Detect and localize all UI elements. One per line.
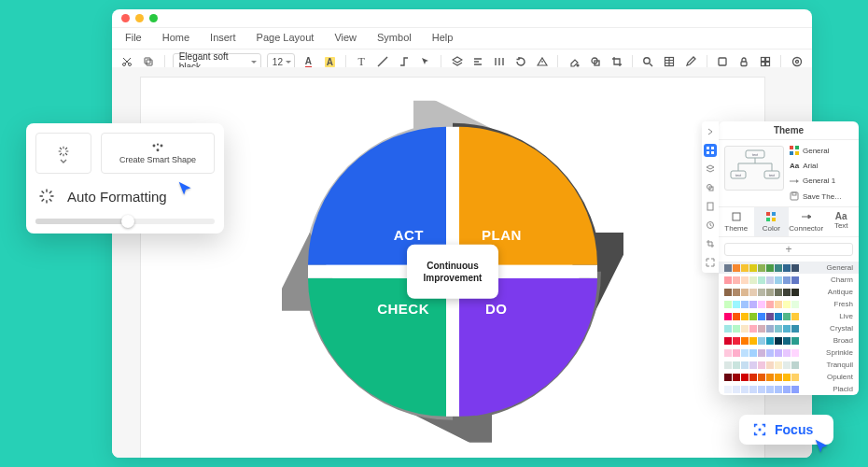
window-titlebar bbox=[112, 9, 812, 28]
palette-name: Sprinkle bbox=[822, 348, 853, 357]
rail-crop-icon[interactable] bbox=[704, 237, 717, 250]
focus-label: Focus bbox=[775, 422, 813, 437]
svg-rect-11 bbox=[761, 58, 764, 62]
palette-name: Live bbox=[835, 312, 853, 320]
rail-collapse-icon[interactable] bbox=[704, 125, 717, 138]
svg-rect-13 bbox=[761, 63, 764, 66]
swatch bbox=[733, 325, 740, 333]
swatch bbox=[783, 301, 791, 308]
swatch bbox=[766, 361, 774, 369]
swatch bbox=[775, 301, 782, 308]
swatch bbox=[791, 374, 799, 381]
rail-expand-icon[interactable] bbox=[704, 256, 717, 269]
window-minimize[interactable] bbox=[135, 14, 144, 22]
rail-layers-icon[interactable] bbox=[704, 163, 717, 176]
swatch bbox=[733, 289, 740, 296]
swatch bbox=[749, 325, 757, 333]
swatch bbox=[758, 276, 765, 284]
svg-rect-21 bbox=[707, 147, 709, 149]
mode-color[interactable]: Color bbox=[754, 207, 790, 236]
palette-broad[interactable]: Broad bbox=[719, 334, 859, 347]
swatch bbox=[733, 374, 740, 381]
swatch bbox=[775, 276, 782, 284]
swatch bbox=[766, 289, 774, 296]
theme-opt-general1[interactable]: General 1 bbox=[790, 177, 853, 185]
cursor-icon bbox=[175, 179, 196, 200]
theme-panel: Theme texttexttext General AaArial Gener… bbox=[719, 121, 859, 395]
swatch bbox=[749, 361, 757, 369]
svg-rect-46 bbox=[759, 429, 762, 432]
add-palette-button[interactable]: + bbox=[724, 243, 853, 256]
swatch bbox=[775, 264, 782, 272]
svg-rect-14 bbox=[765, 63, 769, 66]
swatch bbox=[741, 386, 749, 393]
mode-theme[interactable]: Theme bbox=[719, 207, 754, 236]
swatch bbox=[749, 276, 757, 284]
create-smart-shape-button[interactable]: Create Smart Shape bbox=[101, 133, 215, 174]
swatch bbox=[741, 276, 749, 284]
swatch bbox=[733, 337, 740, 345]
palette-antique[interactable]: Antique bbox=[719, 286, 859, 298]
swatch bbox=[733, 264, 740, 272]
menu-file[interactable]: File bbox=[125, 32, 142, 43]
palette-fresh[interactable]: Fresh bbox=[719, 298, 859, 310]
palette-general[interactable]: General bbox=[719, 262, 859, 274]
swatch bbox=[741, 313, 749, 320]
svg-rect-27 bbox=[707, 203, 713, 210]
sparkle-button[interactable] bbox=[35, 133, 91, 174]
menu-symbol[interactable]: Symbol bbox=[377, 32, 412, 43]
palette-charm[interactable]: Charm bbox=[719, 274, 859, 286]
menu-view[interactable]: View bbox=[334, 32, 357, 43]
menu-home[interactable]: Home bbox=[162, 32, 189, 43]
swatch bbox=[741, 361, 749, 369]
theme-rail bbox=[702, 121, 719, 273]
swatch bbox=[783, 337, 791, 345]
palette-name: Fresh bbox=[831, 300, 853, 308]
palette-name: Charm bbox=[827, 276, 853, 284]
theme-opt-general[interactable]: General bbox=[790, 146, 853, 155]
rail-page-icon[interactable] bbox=[704, 200, 717, 213]
mode-text[interactable]: AaText bbox=[824, 207, 860, 236]
pdca-center[interactable]: Continuous Improvement bbox=[407, 245, 498, 299]
theme-opt-arial[interactable]: AaArial bbox=[790, 162, 853, 170]
swatch bbox=[724, 374, 732, 381]
window-zoom[interactable] bbox=[149, 14, 158, 22]
theme-opt-save[interactable]: Save The… bbox=[790, 191, 853, 201]
swatch bbox=[724, 276, 732, 284]
theme-modes: Theme Color Connector AaText bbox=[719, 206, 859, 237]
palette-tranquil[interactable]: Tranquil bbox=[719, 359, 859, 371]
swatch bbox=[749, 386, 757, 393]
svg-point-4 bbox=[577, 64, 579, 66]
swatch bbox=[783, 276, 791, 284]
swatch bbox=[758, 289, 765, 296]
palette-live[interactable]: Live bbox=[719, 310, 859, 322]
rail-grid-icon[interactable] bbox=[704, 144, 717, 157]
menu-insert[interactable]: Insert bbox=[210, 32, 236, 43]
palette-sprinkle[interactable]: Sprinkle bbox=[719, 347, 859, 359]
palette-crystal[interactable]: Crystal bbox=[719, 322, 859, 334]
swatch bbox=[733, 313, 740, 320]
swatch bbox=[758, 361, 765, 369]
palette-opulent[interactable]: Opulent bbox=[719, 371, 859, 383]
swatch bbox=[749, 289, 757, 296]
pdca-diagram[interactable]: ACT PLAN CHECK DO Continuous Improvement bbox=[308, 127, 597, 417]
swatch bbox=[749, 349, 757, 357]
slider-knob[interactable] bbox=[121, 215, 134, 228]
swatch bbox=[791, 301, 799, 308]
auto-format-slider[interactable] bbox=[35, 219, 215, 224]
menu-page[interactable]: Page Layout bbox=[257, 32, 315, 43]
mode-connector[interactable]: Connector bbox=[789, 207, 824, 236]
rail-shape-icon[interactable] bbox=[704, 181, 717, 194]
svg-rect-39 bbox=[791, 192, 798, 200]
theme-thumbnail[interactable]: texttexttext bbox=[724, 146, 784, 191]
swatch bbox=[775, 349, 782, 357]
swatch bbox=[775, 374, 782, 381]
svg-point-7 bbox=[644, 58, 650, 64]
window-close[interactable] bbox=[121, 14, 130, 22]
swatch bbox=[758, 325, 765, 333]
menu-help[interactable]: Help bbox=[432, 32, 454, 43]
swatch bbox=[783, 386, 791, 393]
swatch bbox=[733, 276, 740, 284]
palette-placid[interactable]: Placid bbox=[719, 383, 859, 395]
rail-history-icon[interactable] bbox=[704, 219, 717, 232]
